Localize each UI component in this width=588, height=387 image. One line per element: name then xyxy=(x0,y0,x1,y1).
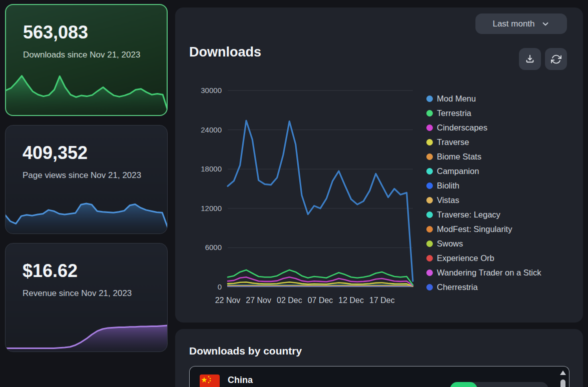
legend-item[interactable]: Mod Menu xyxy=(426,92,541,106)
country-list: China xyxy=(189,366,569,387)
date-range-dropdown[interactable]: Last month xyxy=(475,14,567,34)
stat-card-page-views[interactable]: 409,352 Page views since Nov 21, 2023 xyxy=(5,125,168,234)
legend-item[interactable]: ModFest: Singularity xyxy=(426,222,541,236)
legend-item-label: Cherrestria xyxy=(437,282,478,292)
x-axis-tick: 02 Dec xyxy=(277,296,302,305)
downloads-line-chart xyxy=(228,90,413,288)
legend-color-dot xyxy=(426,212,433,218)
legend-item[interactable]: Biolith xyxy=(426,178,541,193)
legend-item-label: Experience Orb xyxy=(437,254,494,263)
revenue-total: $16.62 xyxy=(23,260,78,282)
legend-color-dot xyxy=(426,270,433,276)
legend-item-label: Traverse: Legacy xyxy=(437,210,500,220)
revenue-sparkline xyxy=(5,313,168,352)
legend-color-dot xyxy=(426,197,433,204)
legend-item-label: Vistas xyxy=(437,196,459,205)
legend-item[interactable]: Experience Orb xyxy=(426,251,541,266)
legend-color-dot xyxy=(426,226,433,232)
legend-item-label: Swows xyxy=(437,239,463,248)
legend-item-label: Wandering Trader on a Stick xyxy=(437,268,541,278)
downloads-total: 563,083 xyxy=(23,22,88,43)
legend-color-dot xyxy=(426,284,433,290)
chart-legend: Mod Menu Terrestria Cinderscapes Travers… xyxy=(426,92,541,294)
stat-card-downloads[interactable]: 563,083 Downloads since Nov 21, 2023 xyxy=(5,4,168,116)
page-views-sparkline xyxy=(5,192,168,234)
legend-color-dot xyxy=(426,124,433,131)
download-icon xyxy=(524,54,535,64)
chevron-down-icon xyxy=(541,20,550,28)
y-axis-tick: 24000 xyxy=(175,126,222,134)
downloads-sparkline xyxy=(6,70,168,116)
country-progress-fill xyxy=(450,382,477,387)
legend-item[interactable]: Terrestria xyxy=(426,106,541,120)
legend-color-dot xyxy=(426,154,433,160)
legend-item[interactable]: Wandering Trader on a Stick xyxy=(426,266,541,280)
x-axis-tick: 27 Nov xyxy=(246,296,271,305)
legend-item-label: Biolith xyxy=(437,181,459,190)
y-axis-tick: 6000 xyxy=(175,243,222,252)
y-axis-tick: 18000 xyxy=(175,164,222,173)
legend-item[interactable]: Cinderscapes xyxy=(426,120,541,135)
legend-item-label: Mod Menu xyxy=(437,94,476,104)
page-views-total: 409,352 xyxy=(23,142,88,164)
refresh-button[interactable] xyxy=(545,48,567,70)
date-range-label: Last month xyxy=(492,19,534,29)
country-name: China xyxy=(228,375,253,386)
legend-color-dot xyxy=(426,110,433,116)
scrollbar-thumb[interactable] xyxy=(560,380,565,387)
legend-color-dot xyxy=(426,168,433,174)
x-axis-tick: 17 Dec xyxy=(369,296,395,305)
downloads-by-country-panel: Downloads by country China xyxy=(175,329,583,387)
legend-item-label: Traverse xyxy=(437,138,469,147)
legend-item[interactable]: Traverse xyxy=(426,135,541,150)
x-axis-tick: 07 Dec xyxy=(308,296,333,305)
legend-item[interactable]: Biome Stats xyxy=(426,150,541,164)
china-flag-icon xyxy=(200,374,220,387)
analytics-dashboard: 563,083 Downloads since Nov 21, 2023 409… xyxy=(0,0,588,387)
country-progress-track xyxy=(450,382,548,387)
y-axis-tick: 0 xyxy=(175,282,222,291)
legend-item-label: Campanion xyxy=(437,166,479,176)
legend-item-label: ModFest: Singularity xyxy=(437,224,512,234)
legend-item[interactable]: Campanion xyxy=(426,164,541,178)
stat-card-revenue[interactable]: $16.62 Revenue since Nov 21, 2023 xyxy=(5,243,168,352)
refresh-icon xyxy=(551,54,561,64)
page-views-total-label: Page views since Nov 21, 2023 xyxy=(23,170,153,181)
legend-item-label: Terrestria xyxy=(437,108,471,118)
legend-color-dot xyxy=(426,255,433,262)
country-row: China xyxy=(190,366,569,387)
legend-color-dot xyxy=(426,240,433,247)
legend-color-dot xyxy=(426,139,433,146)
country-panel-title: Downloads by country xyxy=(189,345,302,357)
panel-title: Downloads xyxy=(189,44,261,60)
legend-item[interactable]: Traverse: Legacy xyxy=(426,208,541,222)
country-list-scrollbar[interactable] xyxy=(559,368,566,387)
legend-item-label: Biome Stats xyxy=(437,152,481,162)
x-axis-tick: 12 Dec xyxy=(338,296,364,305)
revenue-total-label: Revenue since Nov 21, 2023 xyxy=(23,288,153,299)
legend-color-dot xyxy=(426,96,433,102)
downloads-panel: Last month Downloads 060001200018000240 xyxy=(175,8,583,322)
legend-item[interactable]: Cherrestria xyxy=(426,280,541,294)
y-axis-tick: 12000 xyxy=(175,204,222,212)
export-download-button[interactable] xyxy=(519,48,541,70)
legend-item[interactable]: Swows xyxy=(426,236,541,251)
legend-item-label: Cinderscapes xyxy=(437,123,487,132)
downloads-total-label: Downloads since Nov 21, 2023 xyxy=(23,49,153,60)
legend-color-dot xyxy=(426,182,433,189)
legend-item[interactable]: Vistas xyxy=(426,193,541,208)
x-axis-tick: 22 Nov xyxy=(215,296,241,305)
y-axis-tick: 30000 xyxy=(175,86,222,94)
scroll-up-arrow-icon[interactable] xyxy=(560,370,566,375)
